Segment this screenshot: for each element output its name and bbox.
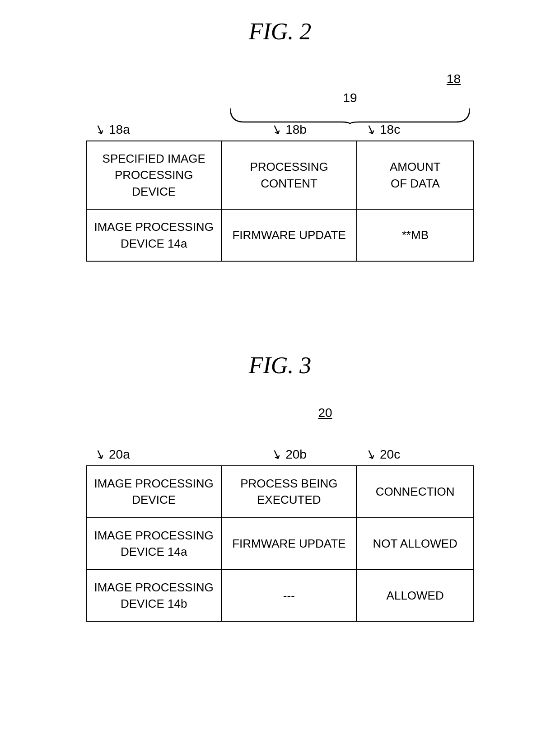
fig3-header-a: IMAGE PROCESSING DEVICE: [86, 466, 221, 518]
fig2-row1-col-b: FIRMWARE UPDATE: [221, 209, 356, 261]
fig2-row1-col-c: **MB: [357, 209, 474, 261]
fig3-table: IMAGE PROCESSING DEVICE PROCESS BEING EX…: [86, 465, 474, 622]
fig3-col-ref-c: 20c: [380, 447, 400, 462]
fig2-col-ref-c: 18c: [380, 122, 400, 137]
fig3-ref-20: 20: [318, 406, 332, 420]
fig2-header-c: AMOUNT OF DATA: [357, 141, 474, 209]
fig2-brace-ref: 19: [343, 91, 357, 105]
fig3-section: FIG. 3 20 ↙ 20a ↙ 20b ↙ 20c IMAGE PROCES: [27, 352, 533, 622]
fig2-section: FIG. 2 18 19 ↙ 18a ↙: [27, 18, 533, 262]
fig3-col-refs: ↙ 20a ↙ 20b ↙ 20c: [86, 447, 474, 462]
fig2-title: FIG. 2: [27, 18, 533, 45]
page-container: FIG. 2 18 19 ↙ 18a ↙: [0, 0, 560, 750]
fig3-header-b: PROCESS BEING EXECUTED: [221, 466, 356, 518]
fig3-col-ref-b: 20b: [285, 447, 307, 462]
fig2-col-ref-a: 18a: [109, 122, 130, 137]
fig3-row1-col-a: IMAGE PROCESSING DEVICE 14a: [86, 518, 221, 570]
fig3-title: FIG. 3: [27, 352, 533, 379]
section-separator: [27, 298, 533, 343]
fig3-row1-col-b: FIRMWARE UPDATE: [221, 518, 356, 570]
fig3-header-c: CONNECTION: [356, 466, 474, 518]
fig3-row2-col-b: ---: [221, 570, 356, 622]
fig2-col-ref-b: 18b: [285, 122, 307, 137]
fig3-row1-col-c: NOT ALLOWED: [356, 518, 474, 570]
fig2-header-a: SPECIFIED IMAGE PROCESSING DEVICE: [86, 141, 221, 209]
fig2-row1-col-a: IMAGE PROCESSING DEVICE 14a: [86, 209, 221, 261]
fig3-col-ref-a: 20a: [109, 447, 130, 462]
fig2-col-refs: ↙ 18a ↙ 18b ↙ 18c: [86, 122, 474, 137]
fig3-row2-col-a: IMAGE PROCESSING DEVICE 14b: [86, 570, 221, 622]
fig2-table: SPECIFIED IMAGE PROCESSING DEVICE PROCES…: [86, 141, 474, 262]
fig3-row2-col-c: ALLOWED: [356, 570, 474, 622]
fig2-header-b: PROCESSING CONTENT: [221, 141, 356, 209]
fig2-ref-18: 18: [447, 72, 461, 86]
